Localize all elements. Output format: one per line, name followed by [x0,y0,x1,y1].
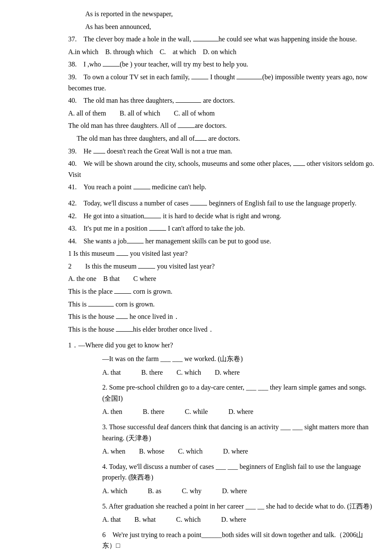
place2: This is corn is grown. [68,299,375,310]
q42b: 42. He got into a situation it is hard t… [68,211,375,222]
q40b: 40. We will be shown around the city, sc… [68,158,375,180]
q40-fill2: The old man has three daughters, and all… [77,133,375,144]
q3-options: A. when B. whose C. which D. where [102,446,375,457]
q4-stem: 4. Today, we'll discuss a number of case… [102,461,375,483]
main-content: As is reported in the newspaper, As has … [68,9,375,555]
q5-options: A. that B. what C. which D. where [102,514,375,525]
q40-options: A. all of them B. all of which C. all of… [68,108,375,119]
q2a: 2 Is this the museum you visited last ye… [68,261,375,272]
place1: This is the place corn is grown. [68,286,375,297]
q40: 40. The old man has three daughters, are… [68,95,375,106]
q41: 41. You reach a point medicine can't hel… [68,182,375,193]
q2a-options: A. the one B that C where [68,273,375,284]
q3-stem: 3. Those successful deaf dancers think t… [102,422,375,443]
q42a: 42. Today, we'll discuss a number of cas… [68,198,375,209]
q6-options: A. where B. that□ C. when D. which□ [68,553,375,555]
q37-options: A.in which B. through which C. at which … [68,46,375,58]
house1: This is the house he once lived in． [68,311,375,322]
q40-fill1: The old man has three daughters. All of … [68,120,375,131]
q2-stem: 2. Some pre-school children go to a day-… [102,382,375,404]
q1-answer: —It was on the farm ___ ___ we worked. (… [102,353,375,364]
q39b: 39. He doesn't reach the Great Wall is n… [68,146,375,157]
q1-stem: 1．—Where did you get to know her? [68,340,375,351]
q39a: 39. To own a colour TV set in each famil… [68,72,375,93]
q43: 43. It's put me in a position I can't af… [68,223,375,234]
q5-stem: 5. After graduation she reached a point … [102,501,375,512]
q4-options: A. which B. as C. why D. where [102,486,375,497]
q38: 38. I ,who (be ) your teacher, will try … [68,59,375,70]
q1a: 1 Is this museum you visited last year? [68,248,375,259]
q6-stem: 6 We're just trying to reach a point____… [102,529,375,551]
q37: 37. The clever boy made a hole in the wa… [68,34,375,45]
house2: This is the house his elder brother once… [68,324,375,335]
line-2: As has been announced, [85,21,375,32]
q2-options: A. then B. there C. while D. where [102,406,375,417]
q44: 44. She wants a job her management skill… [68,236,375,247]
q1-options: A. that B. there C. which D. where [102,367,375,378]
line-1: As is reported in the newspaper, [85,9,375,20]
